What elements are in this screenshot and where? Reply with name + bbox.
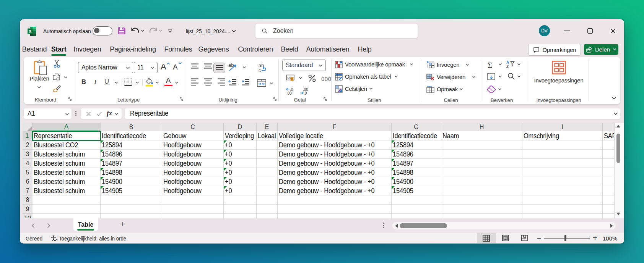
svg-text:,00: ,00 (286, 91, 292, 95)
svg-text:Z: Z (506, 65, 509, 68)
svg-text:A: A (506, 60, 509, 65)
svg-text:,0: ,0 (304, 91, 307, 95)
svg-text:X: X (29, 29, 32, 34)
svg-text:c: c (259, 68, 261, 73)
